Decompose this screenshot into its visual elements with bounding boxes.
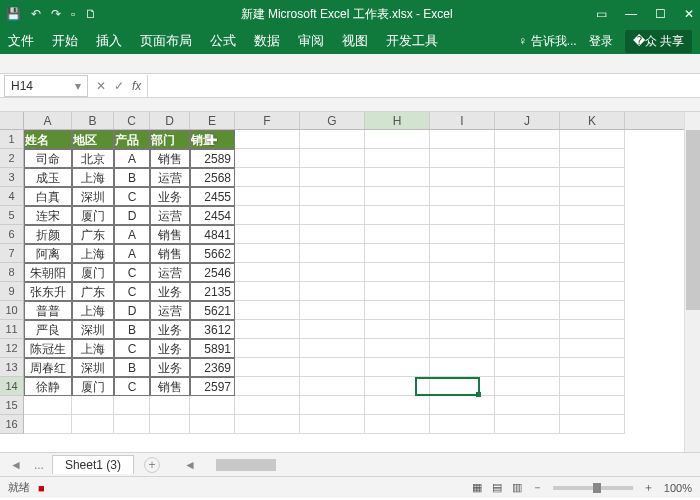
cell[interactable] (235, 301, 300, 320)
row-header[interactable]: 1 (0, 130, 24, 149)
cell[interactable]: 运营 (150, 206, 190, 225)
tab-formulas[interactable]: 公式 (210, 32, 236, 50)
cell[interactable] (235, 168, 300, 187)
cell[interactable] (495, 320, 560, 339)
cell[interactable] (560, 187, 625, 206)
cell[interactable]: 广东 (72, 282, 114, 301)
cell[interactable] (495, 396, 560, 415)
fx-icon[interactable]: fx (132, 79, 141, 93)
cell[interactable] (365, 377, 430, 396)
cell[interactable]: 2369 (190, 358, 235, 377)
view-normal-icon[interactable]: ▦ (472, 481, 482, 494)
cell[interactable]: 运营 (150, 301, 190, 320)
cell[interactable] (235, 320, 300, 339)
cell[interactable]: 销售 (150, 149, 190, 168)
cell[interactable] (300, 301, 365, 320)
cell[interactable] (430, 263, 495, 282)
add-sheet-button[interactable]: + (144, 457, 160, 473)
name-box[interactable]: H14▾ (4, 75, 88, 97)
cell[interactable]: 3612 (190, 320, 235, 339)
col-header-K[interactable]: K (560, 112, 625, 129)
cell[interactable] (495, 282, 560, 301)
maximize-icon[interactable]: ☐ (655, 7, 666, 21)
cell[interactable] (300, 187, 365, 206)
cell[interactable] (72, 415, 114, 434)
cell[interactable] (365, 263, 430, 282)
cell[interactable] (300, 130, 365, 149)
row-header[interactable]: 13 (0, 358, 24, 377)
cell[interactable] (430, 301, 495, 320)
cell[interactable]: 业务 (150, 282, 190, 301)
cell[interactable] (495, 301, 560, 320)
cell[interactable] (235, 130, 300, 149)
cell[interactable] (300, 358, 365, 377)
row-header[interactable]: 4 (0, 187, 24, 206)
cell[interactable] (235, 282, 300, 301)
cell[interactable]: 2135 (190, 282, 235, 301)
cell[interactable]: C (114, 263, 150, 282)
cell[interactable]: C (114, 339, 150, 358)
spreadsheet-grid[interactable]: ABCDEFGHIJK 1姓名地区产品部门销量2司命北京A销售25893成玉上海… (0, 112, 700, 452)
cell[interactable]: 2455 (190, 187, 235, 206)
cell[interactable] (365, 206, 430, 225)
row-header[interactable]: 2 (0, 149, 24, 168)
cell[interactable]: 普普 (24, 301, 72, 320)
cell[interactable]: 成玉 (24, 168, 72, 187)
cell[interactable]: 连宋 (24, 206, 72, 225)
tab-review[interactable]: 审阅 (298, 32, 324, 50)
cell[interactable] (300, 377, 365, 396)
zoom-out-icon[interactable]: － (532, 480, 543, 495)
cell[interactable] (365, 244, 430, 263)
col-header-F[interactable]: F (235, 112, 300, 129)
cell[interactable] (235, 377, 300, 396)
row-header[interactable]: 14 (0, 377, 24, 396)
row-header[interactable]: 5 (0, 206, 24, 225)
tab-file[interactable]: 文件 (8, 32, 34, 50)
cell[interactable]: C (114, 187, 150, 206)
cell[interactable]: 陈冠生 (24, 339, 72, 358)
save-icon[interactable]: 💾 (6, 7, 21, 21)
row-header[interactable]: 15 (0, 396, 24, 415)
cell[interactable] (300, 320, 365, 339)
cell[interactable] (560, 358, 625, 377)
cell[interactable] (150, 396, 190, 415)
cell[interactable] (560, 415, 625, 434)
col-header-G[interactable]: G (300, 112, 365, 129)
cell[interactable] (430, 225, 495, 244)
cell[interactable] (300, 396, 365, 415)
cell[interactable] (235, 149, 300, 168)
row-header[interactable]: 11 (0, 320, 24, 339)
cell[interactable] (560, 130, 625, 149)
cell[interactable] (365, 225, 430, 244)
tab-layout[interactable]: 页面布局 (140, 32, 192, 50)
cell[interactable] (300, 149, 365, 168)
cell[interactable] (495, 244, 560, 263)
cell[interactable]: 2568 (190, 168, 235, 187)
view-layout-icon[interactable]: ▤ (492, 481, 502, 494)
cell[interactable] (365, 415, 430, 434)
cell[interactable] (235, 415, 300, 434)
tab-insert[interactable]: 插入 (96, 32, 122, 50)
cell[interactable]: 广东 (72, 225, 114, 244)
select-all[interactable] (0, 112, 24, 129)
cell[interactable]: 运营 (150, 263, 190, 282)
cell[interactable] (300, 282, 365, 301)
cell[interactable]: C (114, 282, 150, 301)
cell[interactable]: 周春红 (24, 358, 72, 377)
cell[interactable] (72, 396, 114, 415)
col-header-J[interactable]: J (495, 112, 560, 129)
cell[interactable]: D (114, 301, 150, 320)
cell[interactable] (560, 282, 625, 301)
cell[interactable]: 厦门 (72, 206, 114, 225)
cell[interactable] (560, 301, 625, 320)
cell[interactable]: 北京 (72, 149, 114, 168)
cell[interactable] (365, 168, 430, 187)
cell[interactable]: 2589 (190, 149, 235, 168)
cell[interactable] (300, 168, 365, 187)
cell[interactable]: B (114, 358, 150, 377)
cell[interactable] (430, 415, 495, 434)
zoom-in-icon[interactable]: ＋ (643, 480, 654, 495)
cell[interactable] (430, 396, 495, 415)
cell[interactable] (430, 149, 495, 168)
cell[interactable]: 销量 (190, 130, 235, 149)
